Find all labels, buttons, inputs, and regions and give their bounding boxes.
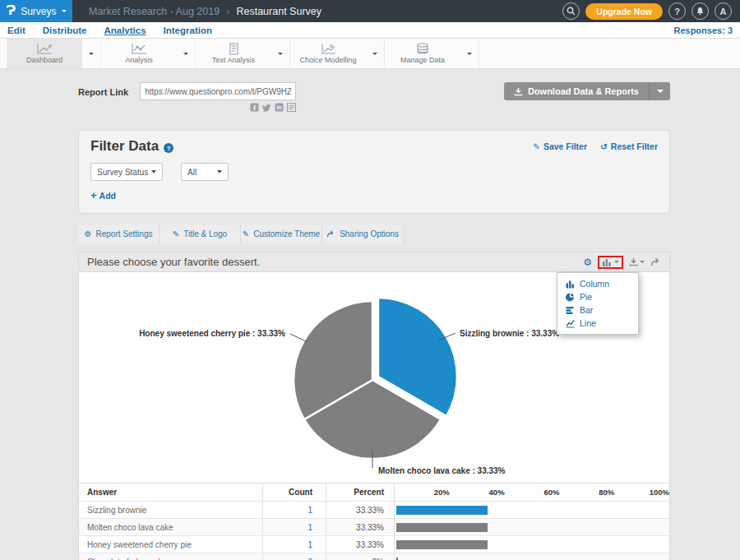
- chevron-down-icon: [151, 170, 156, 174]
- content-area: Report Link f in: [78, 69, 670, 560]
- header-percent: Percent: [326, 484, 394, 501]
- report-link-input[interactable]: [140, 82, 296, 100]
- top-header: Ɂ Surveys Market Research - Aug 2019 › R…: [0, 0, 740, 22]
- filter-data-title: Filter Data: [90, 138, 159, 155]
- tab-customize-theme[interactable]: ✎ Customize Theme: [241, 224, 322, 243]
- embed-icon[interactable]: [287, 103, 296, 112]
- surveys-menu[interactable]: Ɂ Surveys: [0, 0, 72, 22]
- count-link[interactable]: 1: [308, 523, 312, 532]
- toolbar-item-analysis: Analysis: [101, 39, 196, 68]
- pie-label-molten: Molten choco lava cake : 33.33%: [378, 466, 506, 475]
- filter-help-icon[interactable]: ?: [164, 143, 173, 153]
- choice-modelling-icon: [318, 43, 338, 55]
- result-bar: [396, 523, 488, 532]
- chart-type-button-highlighted[interactable]: [598, 256, 623, 269]
- bell-icon: [696, 7, 705, 16]
- count-link[interactable]: 1: [308, 506, 312, 515]
- download-data-reports-button[interactable]: Download Data & Reports: [504, 86, 649, 96]
- question-settings-button[interactable]: ⚙: [583, 257, 592, 268]
- answer-cell: Molten choco lava cake: [79, 519, 262, 535]
- breadcrumb-separator: ›: [226, 5, 229, 17]
- count-link[interactable]: 0: [308, 558, 312, 560]
- header-scale: 20% 40% 60% 80% 100%: [394, 484, 669, 501]
- toolbar-label: Dashboard: [26, 56, 62, 64]
- download-label: Download Data & Reports: [528, 86, 639, 96]
- dashboard-dropdown-caret[interactable]: [82, 39, 100, 68]
- text-analysis-button[interactable]: Text Analysis: [196, 39, 271, 68]
- line-chart-icon: [566, 319, 575, 328]
- upgrade-now-button[interactable]: Upgrade Now: [585, 3, 663, 20]
- download-icon: [629, 257, 638, 266]
- avatar[interactable]: A: [715, 2, 732, 20]
- share-icon: [326, 230, 335, 238]
- tab-report-settings[interactable]: ⚙ Report Settings: [78, 224, 160, 243]
- menu-item-line[interactable]: Line: [557, 317, 638, 330]
- header-count: Count: [262, 484, 326, 501]
- chart-type-menu: Column Pie Bar Line: [557, 272, 639, 335]
- toolbar-item-manage-data: Manage Data: [385, 39, 479, 68]
- dashboard-chart-icon: [35, 43, 54, 55]
- scale-tick: 100%: [614, 484, 669, 501]
- breadcrumb-parent[interactable]: Market Research - Aug 2019: [89, 6, 220, 17]
- responses-count[interactable]: Responses: 3: [673, 25, 740, 35]
- results-table: Answer Count Percent 20% 40% 60% 80% 100…: [79, 483, 669, 560]
- survey-status-value-select[interactable]: All: [181, 163, 229, 181]
- answer-cell: Sizzling brownie: [79, 502, 262, 518]
- nav-distribute[interactable]: Distribute: [43, 25, 87, 35]
- manage-data-dropdown-caret[interactable]: [460, 39, 479, 68]
- nav-integration[interactable]: Integration: [164, 25, 212, 35]
- manage-data-button[interactable]: Manage Data: [385, 39, 460, 68]
- analysis-button[interactable]: Analysis: [101, 39, 177, 68]
- menu-item-column[interactable]: Column: [557, 277, 638, 290]
- column-chart-icon: [602, 258, 612, 266]
- scale-tick: 60%: [505, 484, 560, 501]
- analysis-chart-icon: [129, 43, 149, 55]
- filter-data-panel: Filter Data ? ✎ Save Filter ↺ Reset Filt…: [78, 130, 670, 214]
- choice-modelling-button[interactable]: Choice Modelling: [290, 39, 366, 68]
- notifications-button[interactable]: [691, 2, 709, 20]
- bar-chart-icon: [566, 306, 575, 315]
- add-filter-button[interactable]: + Add: [90, 189, 116, 201]
- report-link-row: Report Link f in: [78, 82, 670, 112]
- download-dropdown-caret[interactable]: [649, 82, 670, 100]
- tab-sharing-options[interactable]: Sharing Options: [322, 224, 404, 243]
- answer-cell: Chocolate fudge cake: [79, 553, 262, 560]
- report-link-label: Report Link: [78, 87, 128, 97]
- facebook-icon[interactable]: f: [250, 103, 259, 112]
- settings-tabs: ⚙ Report Settings ✎ Title & Logo ✎ Custo…: [78, 224, 670, 243]
- chevron-down-icon: [614, 261, 619, 263]
- plus-icon: +: [90, 189, 97, 201]
- nav-analytics[interactable]: Analytics: [104, 25, 146, 35]
- percent-cell: 33.33%: [326, 519, 394, 535]
- help-button[interactable]: ?: [668, 2, 686, 20]
- save-filter-button[interactable]: ✎ Save Filter: [533, 141, 587, 151]
- pie-label-honey: Honey sweetened cherry pie : 33.33%: [139, 329, 285, 338]
- questionpro-logo-icon: Ɂ: [6, 5, 16, 17]
- analytics-toolbar: Dashboard Analysis Text Analysis Choice …: [0, 39, 740, 69]
- reset-filter-button[interactable]: ↺ Reset Filter: [600, 141, 658, 151]
- toolbar-label: Choice Modelling: [299, 56, 356, 64]
- text-analysis-dropdown-caret[interactable]: [271, 39, 289, 68]
- menu-item-pie[interactable]: Pie: [557, 290, 638, 303]
- result-bar: [396, 506, 488, 515]
- search-button[interactable]: [562, 2, 580, 20]
- column-chart-icon: [566, 280, 575, 289]
- table-row: Honey sweetened cherry pie 1 33.33%: [79, 536, 669, 553]
- twitter-icon[interactable]: [262, 103, 271, 112]
- result-bar: [396, 540, 488, 549]
- choice-modelling-dropdown-caret[interactable]: [366, 39, 384, 68]
- question-download-button[interactable]: [629, 257, 645, 266]
- download-icon: [514, 87, 523, 96]
- answer-cell: Honey sweetened cherry pie: [79, 536, 262, 553]
- percent-cell: 33.33%: [326, 502, 394, 518]
- menu-item-bar[interactable]: Bar: [557, 303, 638, 317]
- download-data-reports-split-button: Download Data & Reports: [504, 82, 670, 100]
- count-link[interactable]: 1: [308, 540, 312, 549]
- nav-edit[interactable]: Edit: [7, 25, 25, 35]
- survey-status-select[interactable]: Survey Status: [90, 163, 163, 181]
- dashboard-button[interactable]: Dashboard: [7, 39, 82, 68]
- analysis-dropdown-caret[interactable]: [177, 39, 195, 68]
- question-share-button[interactable]: [650, 257, 661, 266]
- tab-title-logo[interactable]: ✎ Title & Logo: [160, 224, 241, 243]
- linkedin-icon[interactable]: in: [275, 103, 284, 112]
